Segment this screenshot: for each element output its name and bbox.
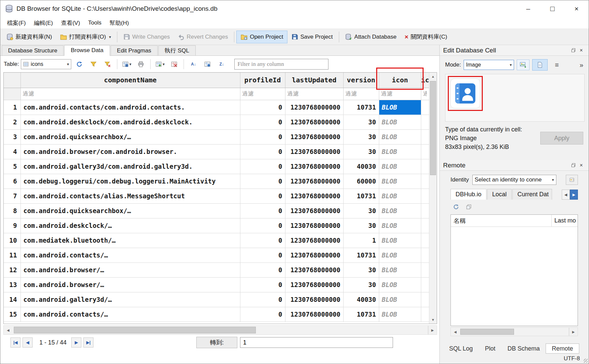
cell-version[interactable]: 30 <box>343 277 379 292</box>
cell-version[interactable]: 10731 <box>343 189 379 203</box>
remote-refresh-button[interactable] <box>451 202 461 211</box>
cell-version[interactable]: 1 <box>343 233 379 248</box>
row-number[interactable]: 10 <box>4 233 21 248</box>
cell-overflow[interactable] <box>421 233 429 248</box>
clear-filters-button[interactable] <box>102 58 114 70</box>
row-number[interactable]: 1 <box>4 100 21 115</box>
cell-componentName[interactable]: com.android.contacts/… <box>21 307 240 322</box>
tab-database-structure[interactable]: Database Structure <box>2 45 64 55</box>
toolbar-overflow-button[interactable]: » <box>578 61 585 69</box>
resize-grip[interactable] <box>584 359 588 363</box>
cell-icon[interactable]: BLOB <box>379 218 421 233</box>
cell-componentName[interactable]: com.android.gallery3d/… <box>21 292 240 307</box>
attach-database-button[interactable]: Attach Database <box>341 31 401 43</box>
revert-changes-button[interactable]: Revert Changes <box>174 31 232 43</box>
cell-lastUpdated[interactable]: 1230768000000 <box>285 292 343 307</box>
cell-profileId[interactable]: 0 <box>240 233 285 248</box>
table-select[interactable]: icons ▾ <box>21 59 71 69</box>
cell-icon[interactable]: BLOB <box>379 115 421 129</box>
cell-profileId[interactable]: 0 <box>240 307 285 322</box>
row-number[interactable]: 8 <box>4 203 21 218</box>
insert-record-button[interactable]: ▾ <box>154 58 166 70</box>
cell-icon[interactable]: BLOB <box>379 203 421 218</box>
new-database-button[interactable]: 新建資料庫(N) <box>2 31 56 43</box>
cell-overflow[interactable] <box>421 129 429 144</box>
next-page-button[interactable]: ▶ <box>71 337 81 348</box>
column-header-version[interactable]: version <box>343 73 379 88</box>
vertical-scrollbar[interactable]: ▲ ▼ <box>429 73 437 324</box>
cell-profileId[interactable]: 0 <box>240 174 285 189</box>
cell-profileId[interactable]: 0 <box>240 100 285 115</box>
column-header-lastUpdated[interactable]: lastUpdated <box>285 73 343 88</box>
cell-lastUpdated[interactable]: 1230768000000 <box>285 115 343 129</box>
filter-input-ic[interactable] <box>421 88 429 100</box>
row-number[interactable]: 12 <box>4 262 21 277</box>
close-panel-icon[interactable]: × <box>577 47 585 54</box>
first-page-button[interactable]: |◀ <box>10 337 21 348</box>
previous-page-button[interactable]: ◀ <box>23 337 33 348</box>
cell-icon[interactable]: BLOB <box>379 292 421 307</box>
cell-profileId[interactable]: 0 <box>240 292 285 307</box>
close-database-button[interactable]: × 關閉資料庫(C) <box>401 31 451 43</box>
column-header-ic[interactable]: ic <box>421 73 429 88</box>
mode-select[interactable]: Image ▾ <box>464 60 514 70</box>
write-changes-button[interactable]: Write Changes <box>119 31 174 43</box>
cell-version[interactable]: 10731 <box>343 100 379 115</box>
cell-overflow[interactable] <box>421 203 429 218</box>
save-project-button[interactable]: Save Project <box>287 31 337 43</box>
save-results-view-button[interactable]: ▾ <box>121 58 133 70</box>
cell-componentName[interactable]: com.debug.loggerui/com.debug.loggerui.Ma… <box>21 174 240 189</box>
cell-overflow[interactable] <box>421 307 429 322</box>
cell-overflow[interactable] <box>421 174 429 189</box>
cell-componentName[interactable]: com.android.gallery3d/com.android.galler… <box>21 159 240 174</box>
filter-button[interactable] <box>87 58 100 70</box>
cell-lastUpdated[interactable]: 1230768000000 <box>285 129 343 144</box>
print-button[interactable] <box>135 58 147 70</box>
row-number[interactable]: 13 <box>4 277 21 292</box>
cell-overflow[interactable] <box>421 115 429 129</box>
cell-version[interactable]: 60000 <box>343 174 379 189</box>
tab-execute-sql[interactable]: 執行 SQL <box>158 45 196 55</box>
cell-componentName[interactable]: com.android.contacts/com.android.contact… <box>21 100 240 115</box>
scroll-right-icon[interactable]: ▶ <box>428 326 437 334</box>
cell-version[interactable]: 30 <box>343 218 379 233</box>
cell-lastUpdated[interactable]: 1230768000000 <box>285 277 343 292</box>
filter-input-version[interactable] <box>344 88 379 100</box>
delete-record-button[interactable] <box>168 58 180 70</box>
dock-tab-sql-log[interactable]: SQL Log <box>443 343 479 354</box>
tab-scroll-right-icon[interactable]: ▶ <box>570 190 578 200</box>
cell-componentName[interactable]: com.android.contacts/alias.MessageShortc… <box>21 189 240 203</box>
menu-view[interactable]: 查看(V) <box>57 19 84 27</box>
cell-overflow[interactable] <box>421 218 429 233</box>
cell-profileId[interactable]: 0 <box>240 115 285 129</box>
cell-icon[interactable]: BLOB <box>379 277 421 292</box>
cell-version[interactable]: 30 <box>343 203 379 218</box>
close-button[interactable]: × <box>564 0 589 17</box>
cell-profileId[interactable]: 0 <box>240 262 285 277</box>
horizontal-scrollbar-thumb[interactable] <box>14 327 256 333</box>
row-number[interactable]: 14 <box>4 292 21 307</box>
cell-lastUpdated[interactable]: 1230768000000 <box>285 248 343 262</box>
minimize-button[interactable]: – <box>516 0 540 17</box>
row-number[interactable]: 7 <box>4 189 21 203</box>
filter-input-componentName[interactable] <box>21 88 240 100</box>
cell-overflow[interactable] <box>421 248 429 262</box>
cell-version[interactable]: 30 <box>343 144 379 159</box>
close-panel-icon[interactable]: × <box>577 162 585 169</box>
cell-profileId[interactable]: 0 <box>240 248 285 262</box>
cell-profileId[interactable]: 0 <box>240 129 285 144</box>
cell-lastUpdated[interactable]: 1230768000000 <box>285 100 343 115</box>
scroll-down-icon[interactable]: ▼ <box>429 316 437 324</box>
cell-componentName[interactable]: com.android.browser/com.android.browser. <box>21 144 240 159</box>
scroll-left-icon[interactable]: ◀ <box>4 326 12 334</box>
dock-tab-plot[interactable]: Plot <box>479 343 501 354</box>
cell-lastUpdated[interactable]: 1230768000000 <box>285 159 343 174</box>
cell-overflow[interactable] <box>421 292 429 307</box>
cell-lastUpdated[interactable]: 1230768000000 <box>285 189 343 203</box>
import-certificate-button[interactable] <box>566 175 578 185</box>
row-number[interactable]: 11 <box>4 248 21 262</box>
export-image-button[interactable] <box>517 59 529 70</box>
cell-overflow[interactable] <box>421 144 429 159</box>
cell-version[interactable]: 40030 <box>343 159 379 174</box>
dock-tab-remote[interactable]: Remote <box>546 343 579 354</box>
